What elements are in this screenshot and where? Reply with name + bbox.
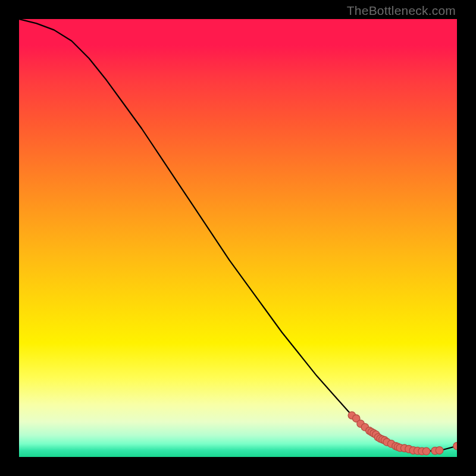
curve-layer (19, 19, 457, 451)
chart-stage: TheBottleneck.com (0, 0, 476, 476)
bottleneck-curve (19, 19, 457, 451)
chart-svg (19, 19, 457, 457)
plot-area (19, 19, 457, 457)
data-marker (436, 447, 443, 455)
data-marker (453, 442, 457, 450)
marker-layer (348, 412, 457, 455)
data-marker (422, 447, 430, 455)
watermark-text: TheBottleneck.com (347, 4, 456, 18)
